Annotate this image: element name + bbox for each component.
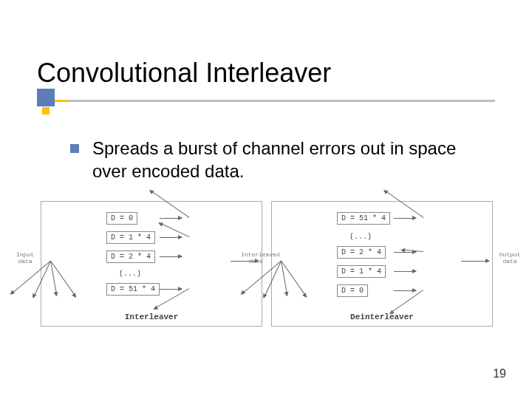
diagram-area: Input data D = 0 D = 1 * 4 D = 2 * 4 (..…: [41, 201, 495, 334]
delay-box: D = 51 * 4: [337, 212, 390, 225]
deinterleaver-caption: Deinterleaver: [272, 313, 492, 321]
delay-box: D = 2 * 4: [106, 250, 155, 263]
bullet-text: Spreads a burst of channel errors out in…: [92, 137, 491, 183]
delay-box: D = 1 * 4: [106, 231, 155, 244]
delay-box: D = 1 * 4: [337, 265, 386, 278]
deinterleaver-panel: Interleaved data Output data D = 51 * 4 …: [271, 201, 493, 327]
fan-line: [10, 261, 50, 295]
interleaver-panel: Input data D = 0 D = 1 * 4 D = 2 * 4 (..…: [41, 201, 262, 327]
arrow-icon: [160, 256, 182, 257]
fan-line: [264, 261, 282, 298]
ellipsis: (...): [119, 270, 141, 278]
page-number: 19: [493, 367, 506, 381]
arrow-icon: [394, 218, 416, 219]
accent-square-large: [37, 89, 55, 106]
bullet-item: Spreads a burst of channel errors out in…: [70, 137, 491, 183]
delay-box: D = 0: [337, 284, 368, 297]
fan-line: [389, 290, 423, 313]
output-data-label: Output data: [495, 252, 525, 265]
arrow-icon: [394, 290, 416, 291]
fan-line: [33, 261, 51, 298]
arrow-icon: [461, 261, 489, 262]
interleaver-caption: Interleaver: [41, 313, 262, 321]
arrow-icon: [160, 237, 182, 238]
accent-square-small: [42, 107, 50, 115]
slide-title: Convolutional Interleaver: [37, 58, 331, 89]
fan-line: [150, 190, 190, 218]
bullet-icon: [70, 144, 79, 153]
arrow-icon: [160, 289, 182, 290]
delay-box: D = 0: [106, 212, 137, 225]
arrow-icon: [394, 252, 416, 253]
arrow-icon: [394, 271, 416, 272]
delay-box: D = 51 * 4: [106, 283, 160, 296]
arrow-icon: [160, 218, 182, 219]
input-data-label: Input data: [10, 252, 40, 265]
delay-box: D = 2 * 4: [337, 246, 386, 259]
title-underline: [37, 100, 495, 102]
interleaved-data-label: Interleaved data: [241, 252, 270, 265]
ellipsis: (...): [349, 233, 372, 241]
fan-line: [159, 222, 189, 237]
